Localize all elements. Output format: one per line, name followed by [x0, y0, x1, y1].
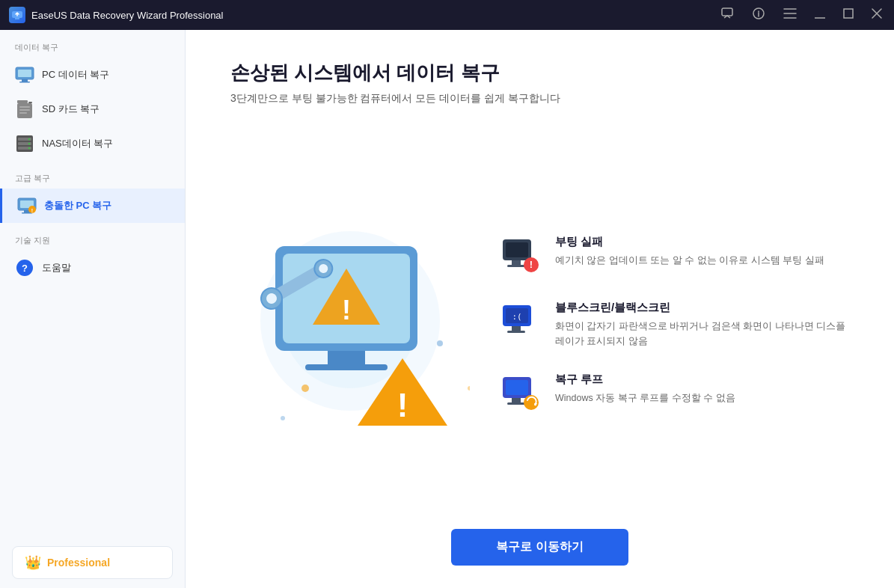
svg-rect-32: [328, 351, 365, 366]
sidebar-item-nas-label: NAS데이터 복구: [42, 137, 113, 150]
close-button[interactable]: [869, 5, 885, 25]
professional-badge[interactable]: 👑 Professional: [12, 546, 173, 579]
svg-rect-7: [19, 82, 30, 83]
svg-rect-49: [512, 260, 521, 265]
sidebar-item-crashed-label: 충돌한 PC 복구: [44, 199, 111, 212]
menu-button[interactable]: [780, 5, 800, 25]
sidebar-item-help-label: 도움말: [42, 261, 71, 275]
feedback-button[interactable]: [717, 4, 737, 26]
svg-point-46: [281, 416, 285, 420]
page-title: 손상된 시스템에서 데이터 복구: [230, 60, 849, 86]
bottom-area: 복구로 이동하기: [230, 514, 849, 566]
sidebar-item-sd-label: SD 카드 복구: [42, 102, 99, 116]
sidebar: 데이터 복구 PC 데이터 복구: [0, 30, 186, 588]
feature-bluescreen-text: 블루스크린/블랙스크린 화면이 갑자기 파란색으로 바뀌거나 검은색 화면이 나…: [555, 301, 849, 349]
svg-rect-12: [19, 106, 30, 108]
svg-text:!: !: [31, 208, 33, 213]
pc-icon: [15, 65, 34, 85]
svg-rect-4: [844, 9, 853, 18]
svg-rect-6: [22, 79, 28, 82]
feature-bluescreen: :( 블루스크린/블랙스크린 화면이 갑자기 파란색으로 바뀌거나 검은색 화면…: [500, 301, 849, 349]
svg-point-17: [28, 138, 31, 141]
illustration: ! !: [230, 201, 470, 441]
svg-rect-56: [512, 326, 521, 331]
advanced-section-label: 고급 복구: [0, 161, 185, 189]
sd-icon: [15, 99, 34, 119]
svg-point-19: [28, 143, 31, 145]
svg-rect-59: [506, 380, 528, 395]
feature-bluescreen-title: 블루스크린/블랙스크린: [555, 301, 849, 315]
svg-rect-14: [19, 112, 27, 114]
svg-text:!: !: [342, 295, 351, 325]
svg-rect-8: [18, 70, 31, 77]
svg-point-45: [468, 386, 470, 391]
professional-label: Professional: [47, 557, 110, 569]
boot-fail-icon: !: [500, 235, 542, 277]
bluescreen-icon: :(: [500, 301, 542, 343]
app-body: 데이터 복구 PC 데이터 복구: [0, 30, 894, 588]
app-icon: [9, 7, 25, 23]
page-subtitle: 3단계만으로 부팅 불가능한 컴퓨터에서 모든 데이터를 쉽게 복구합니다: [230, 92, 849, 105]
svg-point-43: [301, 385, 309, 392]
feature-boot-fail: ! 부팅 실패 예기치 않은 업데이트 또는 알 수 없는 이유로 시스템 부팅…: [500, 235, 849, 277]
svg-rect-48: [506, 242, 528, 257]
crashed-icon: !: [17, 196, 37, 215]
feature-recovery-loop-text: 복구 루프 Windows 자동 복구 루프를 수정할 수 없음: [555, 373, 735, 405]
feature-recovery-loop-desc: Windows 자동 복구 루프를 수정할 수 없음: [555, 391, 735, 405]
svg-point-44: [437, 340, 443, 346]
svg-rect-13: [19, 109, 30, 111]
svg-rect-2: [722, 8, 732, 16]
svg-rect-57: [507, 331, 525, 333]
maximize-button[interactable]: [840, 5, 857, 25]
svg-text:!: !: [530, 259, 533, 270]
feature-boot-fail-text: 부팅 실패 예기치 않은 업데이트 또는 알 수 없는 이유로 시스템 부팅 실…: [555, 235, 824, 268]
info-button[interactable]: [749, 4, 768, 26]
sidebar-item-sd[interactable]: SD 카드 복구: [0, 92, 185, 126]
svg-text::(: :(: [512, 312, 521, 322]
help-icon: ?: [15, 258, 34, 278]
svg-rect-60: [512, 398, 521, 402]
titlebar-left: EaseUS Data Recovery Wizard Professional: [9, 7, 224, 23]
titlebar: EaseUS Data Recovery Wizard Professional: [0, 0, 894, 30]
svg-rect-50: [507, 265, 525, 267]
crown-icon: 👑: [25, 554, 41, 571]
svg-text:!: !: [397, 387, 408, 423]
svg-rect-1: [15, 18, 19, 19]
recover-button[interactable]: 복구로 이동하기: [451, 529, 628, 566]
feature-list: ! 부팅 실패 예기치 않은 업데이트 또는 알 수 없는 이유로 시스템 부팅…: [500, 227, 849, 414]
svg-rect-33: [305, 364, 388, 370]
main-content: 손상된 시스템에서 데이터 복구 3단계만으로 부팅 불가능한 컴퓨터에서 모든…: [186, 30, 894, 588]
svg-rect-11: [28, 102, 32, 103]
feature-recovery-loop-title: 복구 루프: [555, 373, 735, 387]
svg-point-21: [28, 147, 31, 150]
nas-icon: [15, 134, 34, 153]
sidebar-item-pc-label: PC 데이터 복구: [42, 68, 109, 82]
content-area: ! !: [230, 128, 849, 514]
tech-section-label: 기술 지원: [0, 223, 185, 251]
sidebar-item-help[interactable]: ? 도움말: [0, 251, 185, 285]
recovery-loop-icon: [500, 373, 542, 414]
feature-boot-fail-title: 부팅 실패: [555, 235, 824, 249]
minimize-button[interactable]: [812, 5, 828, 25]
titlebar-controls: [717, 4, 885, 26]
titlebar-title: EaseUS Data Recovery Wizard Professional: [31, 10, 224, 21]
feature-recovery-loop: 복구 루프 Windows 자동 복구 루프를 수정할 수 없음: [500, 373, 849, 414]
feature-bluescreen-desc: 화면이 갑자기 파란색으로 바뀌거나 검은색 화면이 나타나면 디스플레이가 표…: [555, 319, 849, 349]
feature-boot-fail-desc: 예기치 않은 업데이트 또는 알 수 없는 이유로 시스템 부팅 실패: [555, 253, 824, 268]
svg-rect-61: [507, 402, 525, 405]
sidebar-item-crashed[interactable]: ! 충돌한 PC 복구: [0, 189, 185, 223]
data-recovery-section-label: 데이터 복구: [0, 30, 185, 58]
sidebar-item-pc[interactable]: PC 데이터 복구: [0, 58, 185, 92]
sidebar-item-nas[interactable]: NAS데이터 복구: [0, 126, 185, 161]
svg-rect-10: [17, 100, 28, 103]
